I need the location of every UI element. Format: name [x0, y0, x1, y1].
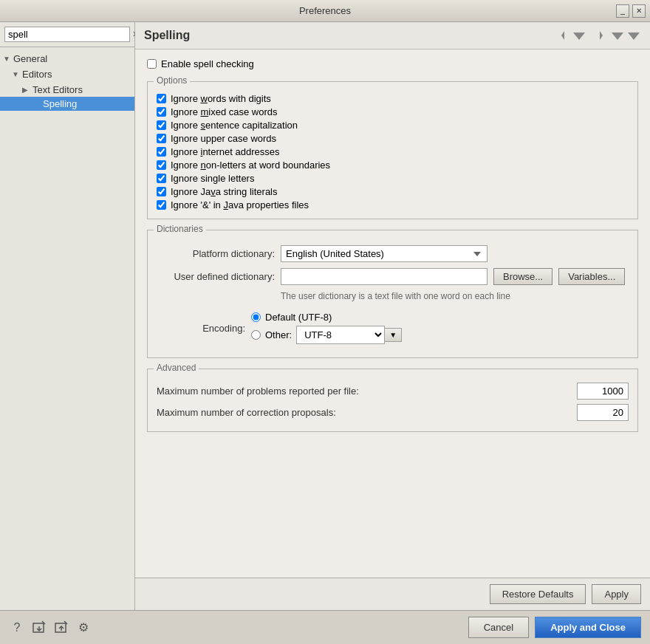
apply-close-button[interactable]: Apply and Close	[535, 617, 641, 638]
svg-marker-2	[600, 31, 603, 40]
max-corrections-label: Maximum number of correction proposals:	[157, 407, 571, 418]
sidebar-item-editors[interactable]: ▼ Editors	[0, 67, 134, 81]
tree-toggle-editors: ▼	[12, 70, 22, 78]
encoding-label: Encoding:	[157, 323, 245, 334]
check-row-mixed: Ignore mixed case words	[157, 106, 629, 117]
cancel-button[interactable]: Cancel	[468, 617, 529, 638]
settings-icon[interactable]: ⚙	[75, 620, 92, 636]
encoding-other-select[interactable]: UTF-8 ISO-8859-1 UTF-16	[296, 326, 385, 344]
nav-next-dropdown[interactable]	[610, 28, 625, 43]
ignore-upper-label: Ignore upper case words	[171, 133, 276, 144]
encoding-default-label[interactable]: Default (UTF-8)	[265, 312, 332, 323]
sidebar: ✕ ▼ General ▼ Editors ▶ Text Ed	[0, 22, 135, 610]
max-corrections-row: Maximum number of correction proposals:	[157, 404, 629, 421]
restore-defaults-button[interactable]: Restore Defaults	[490, 584, 586, 604]
enable-spell-label[interactable]: Enable spell checking	[161, 58, 254, 69]
svg-marker-4	[628, 32, 640, 40]
sidebar-item-text-editors[interactable]: ▶ Text Editors	[0, 83, 134, 97]
ignore-upper-checkbox[interactable]	[157, 134, 166, 143]
encoding-other-row: Other: UTF-8 ISO-8859-1 UTF-16 ▼	[251, 326, 402, 344]
check-row-ampersand: Ignore '&' in Java properties files	[157, 199, 629, 210]
nav-next-button[interactable]	[594, 28, 609, 43]
tree-item-general: ▼ General ▼ Editors ▶ Text Editors	[0, 50, 134, 115]
user-dict-label: User defined dictionary:	[157, 271, 275, 282]
tree-nav: ▼ General ▼ Editors ▶ Text Editors	[0, 47, 134, 610]
check-row-internet: Ignore internet addresses	[157, 146, 629, 157]
ignore-digits-checkbox[interactable]	[157, 94, 166, 103]
sidebar-item-spelling[interactable]: Spelling	[0, 97, 134, 111]
search-input[interactable]	[8, 29, 132, 40]
encoding-default-radio[interactable]	[251, 312, 261, 322]
max-corrections-input[interactable]	[577, 404, 629, 421]
check-row-nonletters: Ignore non-letters at word boundaries	[157, 160, 629, 171]
options-body: Ignore words with digits Ignore mixed ca…	[148, 88, 637, 219]
window-controls: ⎯ ✕	[616, 4, 646, 18]
bottom-buttons: Cancel Apply and Close	[468, 617, 641, 638]
svg-marker-3	[612, 32, 623, 40]
check-row-digits: Ignore words with digits	[157, 93, 629, 104]
advanced-body: Maximum number of problems reported per …	[148, 375, 637, 431]
platform-dict-label: Platform dictionary:	[157, 248, 275, 259]
encoding-other-radio[interactable]	[251, 330, 261, 340]
close-button[interactable]: ✕	[632, 4, 646, 18]
platform-dict-select[interactable]: English (United States) English (United …	[281, 245, 488, 262]
tree-toggle-general: ▼	[3, 55, 13, 63]
ignore-java-checkbox[interactable]	[157, 187, 166, 196]
ignore-nonletters-checkbox[interactable]	[157, 160, 166, 170]
bottom-icons: ? ⚙	[9, 620, 92, 636]
ignore-sentence-checkbox[interactable]	[157, 120, 166, 130]
nav-prev-dropdown[interactable]	[572, 28, 586, 43]
enable-spell-checkbox[interactable]	[147, 59, 157, 69]
sidebar-item-label-general: General	[13, 53, 131, 64]
help-icon[interactable]: ?	[9, 620, 25, 636]
nav-menu-dropdown[interactable]	[626, 28, 641, 43]
tree-toggle-spelling	[32, 100, 43, 108]
panel-header: Spelling	[135, 22, 650, 49]
dictionaries-body: Platform dictionary: English (United Sta…	[148, 236, 637, 357]
check-row-sentence: Ignore sentence capitalization	[157, 120, 629, 131]
ignore-nonletters-label: Ignore non-letters at word boundaries	[171, 160, 330, 171]
nav-prev-button[interactable]	[555, 28, 570, 43]
variables-button[interactable]: Variables...	[558, 268, 625, 285]
browse-button[interactable]: Browse...	[493, 268, 552, 285]
ignore-mixed-label: Ignore mixed case words	[171, 106, 278, 117]
ignore-sentence-label: Ignore sentence capitalization	[171, 120, 298, 131]
right-panel: Spelling	[135, 22, 650, 610]
encoding-other-dropdown-btn[interactable]: ▼	[385, 328, 402, 342]
svg-marker-0	[561, 31, 564, 40]
ignore-single-label: Ignore single letters	[171, 173, 254, 184]
svg-marker-1	[573, 32, 585, 40]
check-row-java: Ignore Java string literals	[157, 186, 629, 197]
encoding-other-label[interactable]: Other:	[265, 329, 292, 340]
enable-row: Enable spell checking	[147, 58, 638, 69]
main-content: ✕ ▼ General ▼ Editors ▶ Text Ed	[0, 22, 650, 610]
user-dict-row: User defined dictionary: Browse... Varia…	[157, 268, 629, 285]
dictionaries-group: Dictionaries Platform dictionary: Englis…	[147, 230, 638, 358]
ignore-internet-checkbox[interactable]	[157, 147, 166, 157]
tree-toggle-text-editors: ▶	[22, 86, 32, 94]
minimize-button[interactable]: ⎯	[616, 4, 629, 18]
ignore-ampersand-checkbox[interactable]	[157, 200, 166, 210]
options-group: Options Ignore words with digits Ignore …	[147, 81, 638, 219]
user-dict-input[interactable]	[281, 268, 488, 285]
check-row-upper: Ignore upper case words	[157, 133, 629, 144]
panel-bottom-toolbar: Restore Defaults Apply	[135, 578, 650, 610]
max-problems-label: Maximum number of problems reported per …	[157, 386, 571, 397]
encoding-default-row: Default (UTF-8)	[251, 312, 402, 323]
options-group-title: Options	[154, 75, 190, 86]
dictionaries-group-title: Dictionaries	[154, 224, 206, 234]
panel-title: Spelling	[144, 29, 190, 42]
max-problems-row: Maximum number of problems reported per …	[157, 383, 629, 400]
sidebar-item-general[interactable]: ▼ General	[0, 52, 134, 66]
ignore-mixed-checkbox[interactable]	[157, 107, 166, 117]
ignore-internet-label: Ignore internet addresses	[171, 146, 279, 157]
titlebar: Preferences ⎯ ✕	[0, 0, 650, 22]
ignore-ampersand-label: Ignore '&' in Java properties files	[171, 199, 309, 210]
ignore-single-checkbox[interactable]	[157, 174, 166, 183]
export2-icon[interactable]	[53, 620, 69, 636]
apply-button[interactable]: Apply	[592, 584, 641, 604]
user-dict-hint: The user dictionary is a text file with …	[281, 291, 629, 301]
max-problems-input[interactable]	[577, 383, 629, 400]
tree-item-text-editors: ▶ Text Editors Spelling	[0, 81, 134, 112]
export1-icon[interactable]	[31, 620, 47, 636]
